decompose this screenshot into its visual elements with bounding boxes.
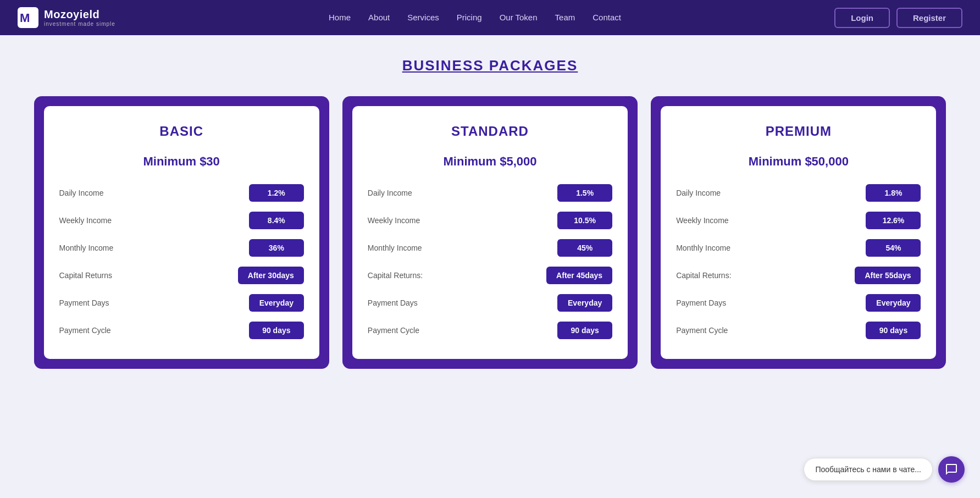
table-row: Capital Returns:After 55days bbox=[676, 267, 921, 284]
row-label: Weekly Income bbox=[676, 216, 866, 225]
row-value: After 30days bbox=[238, 267, 304, 284]
navbar: M Mozoyield investment made simple HomeA… bbox=[0, 0, 980, 35]
package-rows-standard: Daily Income1.5%Weekly Income10.5%Monthl… bbox=[368, 184, 612, 339]
row-label: Payment Days bbox=[368, 298, 557, 307]
logo-subtitle: investment made simple bbox=[44, 21, 115, 27]
table-row: Monthly Income45% bbox=[368, 239, 612, 257]
row-value: Everyday bbox=[866, 294, 921, 312]
row-value: 10.5% bbox=[557, 212, 612, 229]
package-minimum-standard: Minimum $5,000 bbox=[368, 154, 612, 169]
table-row: Weekly Income10.5% bbox=[368, 212, 612, 229]
nav-link-pricing[interactable]: Pricing bbox=[457, 13, 482, 22]
row-label: Weekly Income bbox=[368, 216, 557, 225]
table-row: Payment Cycle90 days bbox=[676, 322, 921, 339]
nav-link-about[interactable]: About bbox=[368, 13, 390, 22]
row-value: 45% bbox=[557, 239, 612, 257]
table-row: Daily Income1.5% bbox=[368, 184, 612, 202]
row-label: Weekly Income bbox=[59, 216, 249, 225]
row-label: Capital Returns bbox=[59, 271, 238, 280]
section-title: BUSINESS PACKAGES bbox=[33, 57, 947, 74]
table-row: Payment DaysEveryday bbox=[676, 294, 921, 312]
row-label: Monthly Income bbox=[676, 244, 866, 252]
row-label: Payment Cycle bbox=[368, 326, 557, 335]
nav-links: HomeAboutServicesPricingOur TokenTeamCon… bbox=[329, 13, 621, 23]
table-row: Monthly Income36% bbox=[59, 239, 304, 257]
row-value: 8.4% bbox=[249, 212, 304, 229]
chat-widget: Пообщайтесь с нами в чате... bbox=[804, 456, 965, 483]
row-label: Monthly Income bbox=[368, 244, 557, 252]
register-button[interactable]: Register bbox=[896, 8, 962, 28]
row-label: Capital Returns: bbox=[676, 271, 855, 280]
login-button[interactable]: Login bbox=[834, 8, 890, 28]
logo-icon: M bbox=[18, 7, 38, 28]
package-inner-premium: PREMIUMMinimum $50,000Daily Income1.8%We… bbox=[661, 106, 936, 359]
table-row: Capital Returns:After 45days bbox=[368, 267, 612, 284]
package-outer-premium: PREMIUMMinimum $50,000Daily Income1.8%We… bbox=[651, 96, 946, 369]
row-value: 54% bbox=[866, 239, 921, 257]
row-value: Everyday bbox=[249, 294, 304, 312]
table-row: Payment DaysEveryday bbox=[59, 294, 304, 312]
nav-buttons: Login Register bbox=[834, 8, 962, 28]
main-content: BUSINESS PACKAGES BASICMinimum $30Daily … bbox=[0, 35, 980, 391]
nav-link-our-token[interactable]: Our Token bbox=[500, 13, 538, 22]
row-value: 90 days bbox=[249, 322, 304, 339]
row-label: Daily Income bbox=[59, 189, 249, 197]
row-value: 1.5% bbox=[557, 184, 612, 202]
table-row: Weekly Income12.6% bbox=[676, 212, 921, 229]
nav-link-contact[interactable]: Contact bbox=[593, 13, 621, 22]
row-label: Payment Cycle bbox=[676, 326, 866, 335]
logo-text: Mozoyield investment made simple bbox=[44, 8, 115, 27]
table-row: Daily Income1.8% bbox=[676, 184, 921, 202]
package-rows-premium: Daily Income1.8%Weekly Income12.6%Monthl… bbox=[676, 184, 921, 339]
row-value: 90 days bbox=[557, 322, 612, 339]
logo-title: Mozoyield bbox=[44, 8, 115, 21]
nav-link-home[interactable]: Home bbox=[329, 13, 351, 22]
packages-grid: BASICMinimum $30Daily Income1.2%Weekly I… bbox=[34, 96, 946, 369]
row-value: 1.2% bbox=[249, 184, 304, 202]
package-minimum-premium: Minimum $50,000 bbox=[676, 154, 921, 169]
row-value: After 55days bbox=[855, 267, 921, 284]
row-label: Payment Cycle bbox=[59, 326, 249, 335]
nav-link-services[interactable]: Services bbox=[407, 13, 439, 22]
chat-icon bbox=[945, 463, 958, 476]
table-row: Monthly Income54% bbox=[676, 239, 921, 257]
svg-text:M: M bbox=[20, 11, 30, 25]
package-inner-basic: BASICMinimum $30Daily Income1.2%Weekly I… bbox=[44, 106, 319, 359]
package-outer-standard: STANDARDMinimum $5,000Daily Income1.5%We… bbox=[342, 96, 638, 369]
table-row: Payment Cycle90 days bbox=[59, 322, 304, 339]
row-value: After 45days bbox=[546, 267, 612, 284]
row-label: Monthly Income bbox=[59, 244, 249, 252]
row-value: 36% bbox=[249, 239, 304, 257]
row-label: Payment Days bbox=[59, 298, 249, 307]
package-rows-basic: Daily Income1.2%Weekly Income8.4%Monthly… bbox=[59, 184, 304, 339]
table-row: Daily Income1.2% bbox=[59, 184, 304, 202]
package-inner-standard: STANDARDMinimum $5,000Daily Income1.5%We… bbox=[352, 106, 628, 359]
row-label: Payment Days bbox=[676, 298, 866, 307]
row-label: Daily Income bbox=[368, 189, 557, 197]
package-name-basic: BASIC bbox=[59, 124, 304, 139]
row-value: Everyday bbox=[557, 294, 612, 312]
nav-link-team[interactable]: Team bbox=[555, 13, 575, 22]
package-name-standard: STANDARD bbox=[368, 124, 612, 139]
chat-bubble-text: Пообщайтесь с нами в чате... bbox=[804, 458, 933, 481]
table-row: Weekly Income8.4% bbox=[59, 212, 304, 229]
table-row: Capital ReturnsAfter 30days bbox=[59, 267, 304, 284]
chat-button[interactable] bbox=[938, 456, 965, 483]
package-minimum-basic: Minimum $30 bbox=[59, 154, 304, 169]
row-value: 1.8% bbox=[866, 184, 921, 202]
row-value: 90 days bbox=[866, 322, 921, 339]
row-label: Daily Income bbox=[676, 189, 866, 197]
package-name-premium: PREMIUM bbox=[676, 124, 921, 139]
logo-link[interactable]: M Mozoyield investment made simple bbox=[18, 7, 115, 28]
table-row: Payment Cycle90 days bbox=[368, 322, 612, 339]
row-label: Capital Returns: bbox=[368, 271, 546, 280]
row-value: 12.6% bbox=[866, 212, 921, 229]
package-outer-basic: BASICMinimum $30Daily Income1.2%Weekly I… bbox=[34, 96, 329, 369]
table-row: Payment DaysEveryday bbox=[368, 294, 612, 312]
